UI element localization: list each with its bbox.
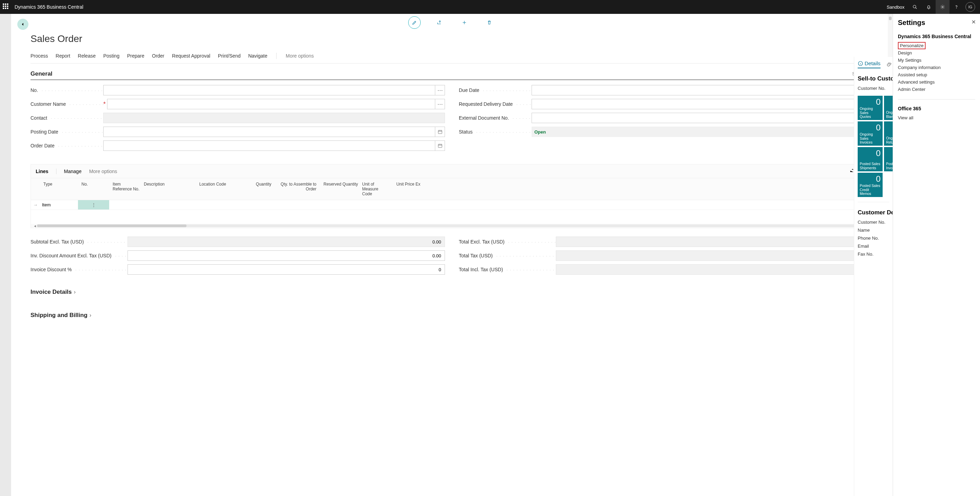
environment-label: Sandbox xyxy=(883,5,908,10)
notifications-icon[interactable] xyxy=(922,0,935,14)
settings-icon[interactable] xyxy=(935,0,950,14)
svg-line-1 xyxy=(916,8,916,9)
user-avatar[interactable]: IG xyxy=(966,2,975,12)
svg-point-3 xyxy=(956,8,957,8)
svg-point-2 xyxy=(942,6,943,8)
search-icon[interactable] xyxy=(908,0,922,14)
top-navbar: Dynamics 365 Business Central Sandbox IG xyxy=(0,0,980,14)
svg-point-0 xyxy=(913,5,916,8)
product-brand[interactable]: Dynamics 365 Business Central xyxy=(14,4,83,10)
app-launcher-icon[interactable] xyxy=(3,3,10,10)
help-icon[interactable] xyxy=(950,0,963,14)
